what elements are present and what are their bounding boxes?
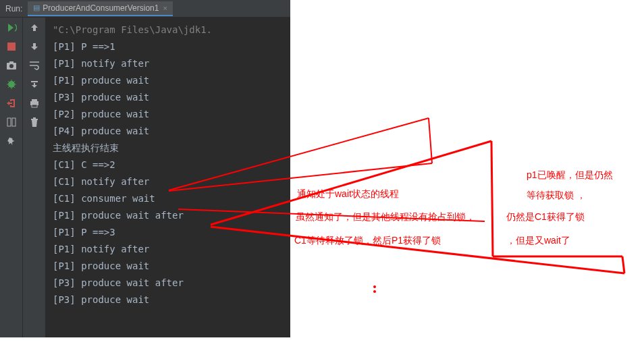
print-icon[interactable]	[28, 97, 41, 109]
annotation-note-1: 通知处于wait状态的线程	[297, 186, 399, 201]
tab-title: ProducerAndConsumerVersion1	[43, 3, 159, 13]
arrow-down-icon[interactable]	[28, 40, 41, 53]
svg-line-19	[622, 256, 624, 273]
svg-point-3	[9, 64, 14, 68]
svg-rect-8	[32, 99, 37, 101]
console-line: [C1] notify after	[53, 173, 284, 190]
console-line: 主线程执行结束	[53, 140, 284, 157]
rerun-icon[interactable]	[5, 22, 18, 34]
svg-rect-2	[9, 61, 14, 63]
console-line: [P1] notify after	[53, 241, 284, 258]
console-line: "C:\Program Files\Java\jdk1.	[53, 22, 284, 38]
console-line: [C1] C ==>2	[53, 157, 284, 173]
svg-rect-6	[12, 118, 16, 126]
annotation-note-4-l2: 等待获取锁 ，	[527, 188, 586, 202]
console-line: [P1] P ==>1	[53, 38, 284, 55]
console-line: [P1] notify after	[53, 55, 284, 72]
console-line: [P3] produce wait after	[53, 275, 284, 292]
annotation-note-3: C1等待释放了锁，然后P1获得了锁	[294, 233, 441, 248]
svg-rect-0	[7, 43, 16, 51]
svg-rect-11	[33, 117, 36, 119]
console-line: [P4] produce wait	[53, 123, 284, 140]
ide-panel: Run: ▤ ProducerAndConsumerVersion1 ×	[0, 0, 290, 337]
scroll-end-icon[interactable]	[28, 78, 41, 90]
svg-point-21	[373, 285, 376, 288]
console-line: [P1] produce wait after	[53, 207, 284, 224]
annotation-note-4-l1: p1已唤醒，但是仍然	[527, 167, 613, 182]
annotation-note-2: 虽然通知了，但是其他线程没有抢占到锁，	[296, 209, 475, 224]
header-bar: Run: ▤ ProducerAndConsumerVersion1 ×	[0, 0, 290, 18]
camera-icon[interactable]	[5, 59, 18, 72]
pin-icon[interactable]	[5, 135, 18, 147]
console-line: [P1] produce wait	[53, 72, 284, 89]
svg-point-22	[373, 290, 376, 293]
svg-rect-10	[31, 119, 38, 120]
console-line: [C1] consumer wait	[53, 190, 284, 207]
annotation-note-4-l4: ，但是又wait了	[506, 233, 570, 248]
svg-line-17	[491, 141, 493, 256]
stop-icon[interactable]	[5, 40, 18, 53]
main-area: "C:\Program Files\Java\jdk1.[P1] P ==>1[…	[0, 18, 290, 337]
svg-line-13	[429, 118, 432, 163]
gutter-left	[0, 18, 23, 337]
annotation-note-4-l3: 仍然是C1获得了锁	[506, 209, 585, 224]
gutter-right	[23, 18, 46, 337]
layout-icon[interactable]	[5, 116, 18, 128]
console-line: [P1] P ==>3	[53, 224, 284, 241]
exit-icon[interactable]	[5, 97, 18, 109]
console-line: [P3] produce wait	[53, 292, 284, 308]
run-tab[interactable]: ▤ ProducerAndConsumerVersion1 ×	[28, 1, 173, 16]
console-line: [P3] produce wait	[53, 89, 284, 106]
run-label: Run:	[0, 4, 28, 13]
svg-rect-5	[7, 118, 11, 126]
debug-icon[interactable]	[5, 78, 18, 90]
console-line: [P1] produce wait	[53, 258, 284, 275]
console-output[interactable]: "C:\Program Files\Java\jdk1.[P1] P ==>1[…	[46, 18, 290, 337]
svg-rect-9	[32, 105, 37, 107]
console-line: [P2] produce wait	[53, 106, 284, 123]
close-icon[interactable]: ×	[163, 4, 167, 12]
arrow-up-icon[interactable]	[28, 22, 41, 34]
run-config-icon: ▤	[33, 3, 40, 12]
wrap-icon[interactable]	[28, 59, 41, 72]
trash-icon[interactable]	[28, 116, 41, 128]
